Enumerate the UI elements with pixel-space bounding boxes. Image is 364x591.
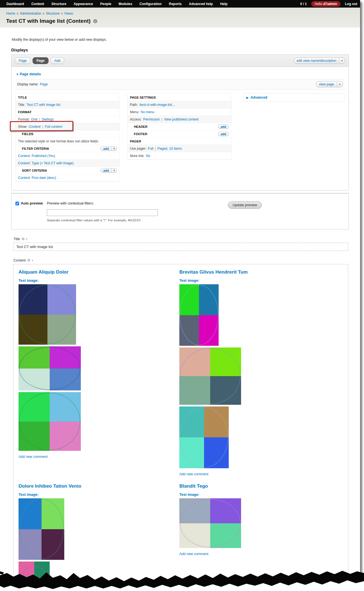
toolbar-item-dashboard[interactable]: Dashboard	[3, 2, 28, 6]
views-middle-link[interactable]: No	[146, 154, 150, 158]
views-middle-prefix: Use pager:	[130, 147, 146, 151]
display-tab-1-page[interactable]: Page	[33, 57, 49, 64]
toolbar-item-advanced-help[interactable]: Advanced help	[185, 2, 216, 6]
node-title-link[interactable]: Dolore Inhibeo Tation Venio	[19, 483, 81, 489]
test-image-field-label: Test image:	[19, 278, 179, 283]
views-left-link[interactable]: Settings	[42, 117, 54, 121]
display-name-row: Display name: Page view page ▾	[15, 79, 345, 90]
page-title: Test CT with Image list (Content)	[6, 18, 91, 24]
views-columns: TITLETitle:Test CT with Image listFORMAT…	[15, 94, 345, 182]
toolbar-menu: DashboardContentStructureAppearancePeopl…	[3, 2, 231, 6]
display-tab-2-add[interactable]: Add	[51, 57, 64, 64]
views-middle-link[interactable]: /test-ct-with-image-list...	[139, 103, 175, 107]
caret-down-icon[interactable]: ▾	[339, 58, 345, 63]
node-title-link[interactable]: Brevitas Gilvus Hendrerit Tum	[179, 269, 248, 275]
view-page-button[interactable]: view page ▾	[316, 81, 343, 87]
caret-down-icon[interactable]: ▾	[337, 82, 343, 87]
test-image	[179, 347, 241, 405]
test-image	[19, 346, 81, 390]
add-new-comment-link[interactable]: Add new comment	[179, 552, 209, 556]
views-middle-row-8: More link:No	[128, 152, 231, 160]
views-left-link[interactable]: Content: Published (Yes)	[18, 154, 55, 158]
breadcrumb-link-administration[interactable]: Administration	[20, 12, 41, 15]
gear-icon[interactable]: ⚙	[27, 258, 31, 262]
caret-down-icon[interactable]: ▾	[111, 147, 117, 150]
intro-text: Modify the display(s) of your view below…	[12, 38, 349, 42]
add-button[interactable]: add	[218, 124, 229, 129]
page-details-toggle[interactable]: ▼Page details	[15, 70, 345, 79]
views-middle-link[interactable]: Permission	[143, 117, 160, 121]
views-left-header-label: SORT CRITERIA	[22, 169, 47, 172]
views-middle-link[interactable]: View published content	[164, 117, 198, 121]
toolbar-item-people[interactable]: People	[97, 2, 115, 6]
test-image-field-label: Test image:	[19, 492, 179, 497]
views-middle-link[interactable]: Full	[148, 147, 153, 151]
toolbar-item-help[interactable]: Help	[216, 2, 231, 6]
views-middle-prefix: Access:	[130, 117, 142, 121]
views-middle-link[interactable]: No menu	[141, 110, 154, 114]
breadcrumb-link-structure[interactable]: Structure	[46, 12, 59, 15]
node-title-link[interactable]: Aliquam Aliquip Dolor	[19, 269, 68, 275]
toolbar-right: 0 / 1 Hello d7admin Log out	[300, 1, 357, 7]
toolbar-item-appearance[interactable]: Appearance	[70, 2, 97, 6]
add-button[interactable]: add▾	[100, 146, 117, 151]
caret-down-icon[interactable]: ▾	[32, 259, 33, 262]
views-middle-link[interactable]: Paged, 10 items	[157, 147, 182, 151]
caret-down-icon: ▼	[16, 73, 19, 76]
add-new-comment: Add new comment	[179, 552, 340, 556]
caret-down-icon[interactable]: ▾	[26, 238, 28, 240]
toolbar-item-configuration[interactable]: Configuration	[136, 2, 165, 6]
add-button-label: add	[101, 169, 111, 172]
views-left-link[interactable]: Full content	[45, 125, 62, 129]
add-button[interactable]: add▾	[100, 168, 117, 173]
display-tab-0-page[interactable]: Page	[15, 57, 31, 64]
add-button[interactable]: add	[218, 132, 229, 136]
test-image-field-label: Test image:	[179, 278, 340, 283]
add-new-comment-link[interactable]: Add new comment	[179, 472, 209, 476]
advanced-toggle[interactable]: ▶ Advanced	[244, 94, 344, 101]
edit-view-name-button[interactable]: edit view name/description ▾	[294, 58, 345, 64]
display-name-link[interactable]: Page	[40, 82, 48, 86]
caret-right-icon: ▶	[246, 96, 249, 99]
views-left-link[interactable]: Content: Type (= Test CT with Image)	[18, 161, 74, 165]
views-left-header-label: FORMAT	[18, 110, 31, 114]
hello-user-pill[interactable]: Hello d7admin	[311, 1, 340, 7]
views-middle-prefix: More link:	[130, 154, 145, 158]
add-new-comment-link[interactable]: Add new comment	[19, 455, 48, 459]
breadcrumb: Home»Administration»Structure»Views	[6, 12, 354, 15]
views-column-first: TITLETitle:Test CT with Image listFORMAT…	[15, 94, 120, 182]
node-title-link[interactable]: Blandit Tego	[179, 483, 208, 489]
breadcrumb-link-home[interactable]: Home	[6, 12, 15, 15]
views-left-link[interactable]: Test CT with Image list	[27, 103, 60, 107]
contextual-filters-help: Separate contextual filter values with a…	[47, 219, 204, 222]
breadcrumb-link-views[interactable]: Views	[64, 12, 73, 15]
caret-down-icon[interactable]: ▾	[111, 169, 117, 172]
toolbar-item-structure[interactable]: Structure	[48, 2, 70, 6]
toolbar-item-content[interactable]: Content	[28, 2, 48, 6]
views-left-row-4: Show:Content|Full content	[16, 123, 119, 130]
views-left-row-3: Format:Grid|Settings	[16, 116, 119, 123]
displays-heading: Displays	[11, 48, 349, 52]
toolbar-item-modules[interactable]: Modules	[115, 2, 136, 6]
views-left-link[interactable]: Content: Post date (desc)	[18, 176, 56, 180]
gear-icon[interactable]: ⚙	[21, 237, 25, 241]
test-image	[179, 406, 229, 468]
breadcrumb-separator: »	[43, 12, 45, 15]
screenshot-root: DashboardContentStructureAppearancePeopl…	[0, 0, 364, 591]
views-left-row-10: SORT CRITERIAadd▾	[16, 167, 119, 174]
page-title-row: Test CT with Image list (Content)	[6, 18, 354, 24]
toolbar-item-reports[interactable]: Reports	[165, 2, 185, 6]
views-left-link[interactable]: Content	[29, 125, 40, 129]
contextual-gear-icon[interactable]	[93, 19, 97, 23]
views-left-row-5: FIELDS	[16, 130, 119, 138]
image-circle-overlay	[19, 347, 80, 390]
views-middle-prefix: Menu:	[130, 110, 139, 114]
views-left-link[interactable]: Grid	[31, 117, 37, 121]
image-circle-overlay	[19, 285, 75, 344]
logout-link[interactable]: Log out	[345, 2, 357, 6]
contextual-filters-input[interactable]	[47, 209, 158, 216]
advanced-link[interactable]: Advanced	[251, 96, 267, 99]
auto-preview-checkbox[interactable]	[15, 202, 19, 205]
update-preview-button[interactable]: Update preview	[228, 201, 262, 209]
preview-controls: Auto preview Preview with contextual fil…	[11, 193, 349, 229]
